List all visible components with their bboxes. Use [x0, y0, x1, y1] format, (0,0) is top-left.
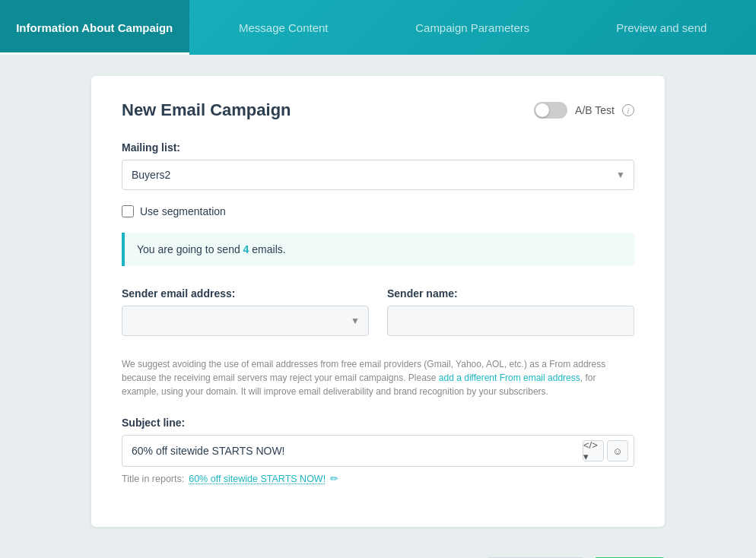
top-navigation: Information About Campaign Message Conte… — [0, 0, 756, 55]
nav-item-message[interactable]: Message Content — [189, 0, 379, 55]
info-message-prefix: You are going to send — [137, 243, 243, 255]
footer: Save as draft Next › — [0, 542, 756, 558]
ab-test-info-icon[interactable]: i — [622, 104, 634, 116]
segmentation-checkbox[interactable] — [122, 205, 134, 217]
ab-test-area: A/B Test i — [534, 102, 634, 119]
subject-icons: </> ▾ ☺ — [583, 440, 628, 461]
sender-name-input[interactable] — [387, 306, 634, 336]
title-in-reports-row: Title in reports: 60% off sitewide START… — [122, 473, 634, 484]
sender-email-select-wrapper: ▼ — [122, 306, 369, 336]
nav-item-parameters[interactable]: Campaign Parameters — [378, 0, 567, 55]
mailing-list-label: Mailing list: — [122, 141, 634, 154]
main-content: New Email Campaign A/B Test i Mailing li… — [0, 55, 756, 542]
ab-test-toggle[interactable] — [534, 102, 567, 119]
email-count-info: You are going to send 4 emails. — [122, 233, 634, 266]
sender-name-group: Sender name: — [387, 287, 634, 336]
subject-line-input[interactable] — [122, 435, 634, 467]
card-header: New Email Campaign A/B Test i — [122, 100, 634, 120]
mailing-list-select[interactable]: Buyers2 Subscribers Customers Newsletter — [122, 160, 634, 190]
sender-fields: Sender email address: ▼ Sender name: — [122, 287, 634, 351]
sender-email-select[interactable] — [122, 306, 369, 336]
emoji-icon-btn[interactable]: ☺ — [607, 440, 628, 461]
subject-line-group: Subject line: </> ▾ ☺ Title in reports: … — [122, 417, 634, 484]
ab-test-label: A/B Test — [575, 104, 615, 116]
sender-email-label: Sender email address: — [122, 287, 369, 300]
subject-input-wrapper: </> ▾ ☺ — [122, 435, 634, 467]
sender-email-group: Sender email address: ▼ — [122, 287, 369, 336]
mailing-list-group: Mailing list: Buyers2 Subscribers Custom… — [122, 141, 634, 190]
title-in-reports-value: 60% off sitewide STARTS NOW! — [189, 474, 326, 484]
nav-item-preview[interactable]: Preview and send — [567, 0, 757, 55]
sender-hint-text: We suggest avoiding the use of email add… — [122, 357, 634, 398]
title-in-reports-label: Title in reports: — [122, 474, 184, 484]
personalize-icon-btn[interactable]: </> ▾ — [583, 440, 604, 461]
edit-title-icon[interactable]: ✏ — [330, 473, 338, 484]
add-from-email-link[interactable]: add a different From email address — [439, 373, 580, 383]
mailing-list-select-wrapper: Buyers2 Subscribers Customers Newsletter… — [122, 160, 634, 190]
info-message-suffix: emails. — [249, 243, 285, 255]
subject-line-label: Subject line: — [122, 417, 634, 429]
page-title: New Email Campaign — [122, 100, 291, 120]
nav-item-information[interactable]: Information About Campaign — [0, 0, 189, 55]
segmentation-label[interactable]: Use segmentation — [140, 205, 226, 217]
sender-name-label: Sender name: — [387, 287, 634, 300]
campaign-card: New Email Campaign A/B Test i Mailing li… — [91, 76, 665, 527]
segmentation-row: Use segmentation — [122, 205, 634, 217]
